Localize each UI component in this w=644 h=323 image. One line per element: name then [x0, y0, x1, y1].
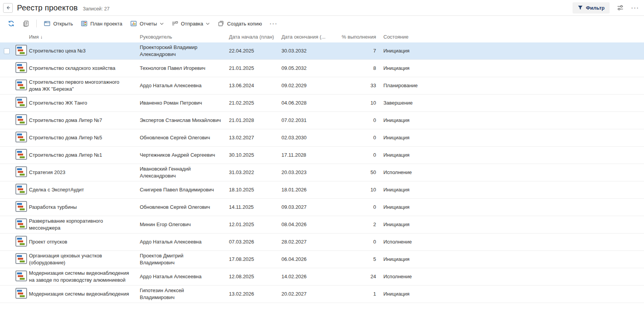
icon-cell	[15, 253, 29, 266]
table-row[interactable]: Модернизация системы видеонаблюдения Гип…	[0, 286, 644, 303]
end-date: 06.04.2026	[281, 256, 333, 263]
project-plan-button[interactable]: План проекта	[77, 18, 126, 29]
filter-button[interactable]: Фильтр	[573, 2, 610, 14]
completion-percent: 8	[333, 65, 379, 72]
end-date: 30.03.2032	[281, 47, 333, 54]
end-date: 20.03.2023	[281, 169, 333, 176]
icon-cell	[15, 79, 29, 92]
send-button[interactable]: Отправка	[168, 18, 214, 29]
completion-percent: 0	[333, 238, 379, 245]
table-row[interactable]: Проект отпусков Ардо Наталья Алексеевна …	[0, 233, 644, 251]
project-name[interactable]: Строительство дома Литер №7	[29, 117, 140, 124]
project-manager: Проектов Дмитрий Владимирович	[140, 252, 229, 266]
end-date: 17.11.2028	[281, 152, 333, 159]
back-button[interactable]	[3, 3, 13, 13]
column-header-start-date[interactable]: Дата начала (план)	[229, 34, 281, 40]
icon-cell	[15, 114, 29, 127]
completion-percent: 0	[333, 152, 379, 159]
table-row[interactable]: Разработка турбины Обновленов Сергей Оле…	[0, 199, 644, 216]
completion-percent: 1	[333, 291, 379, 298]
project-state: Инициация	[379, 65, 644, 72]
table-row[interactable]: Строительство дома Литер №5 Обновленов С…	[0, 129, 644, 147]
end-date: 08.04.2026	[281, 221, 333, 228]
table-row[interactable]: Строительство цеха №3 Проекторский Влади…	[0, 42, 644, 60]
table-row[interactable]: Строительство дома Литер №7 Экспертов Ст…	[0, 112, 644, 129]
more-options-button[interactable]: ···	[631, 5, 639, 11]
end-date: 09.05.2032	[281, 65, 333, 72]
project-name[interactable]: Развертывание корпоративного мессенджера	[29, 218, 140, 232]
reports-button-label: Отчеты	[140, 21, 157, 27]
project-name[interactable]: Строительство первого многоэтажного дома…	[29, 79, 140, 93]
project-manager: Чертежников Андрей Сергеевич	[140, 152, 229, 159]
completion-percent: 5	[333, 256, 379, 263]
column-header-state[interactable]: Состояние	[379, 34, 644, 40]
project-manager: Экспертов Станислав Михайлович	[140, 117, 229, 124]
project-gantt-icon	[15, 79, 27, 90]
project-name[interactable]: Разработка турбины	[29, 204, 140, 211]
end-date: 09.02.2029	[281, 82, 333, 89]
view-settings-button[interactable]	[617, 4, 624, 12]
project-gantt-icon	[15, 184, 27, 194]
table-row[interactable]: Модернизация системы видеонаблюдения на …	[0, 268, 644, 286]
window-icon	[44, 20, 51, 27]
table-row[interactable]: Развертывание корпоративного мессенджера…	[0, 216, 644, 233]
column-header-percent[interactable]: % выполнения	[333, 34, 379, 40]
project-name[interactable]: Строительство дома Литер №1	[29, 152, 140, 159]
project-name[interactable]: Строительство цеха №3	[29, 47, 140, 54]
table-row[interactable]: Сделка с ЭкспертАудит Снигирев Павел Вла…	[0, 181, 644, 199]
open-button-label: Открыть	[53, 21, 73, 27]
project-plan-button-label: План проекта	[90, 21, 122, 27]
project-gantt-icon	[15, 288, 27, 299]
end-date: 07.02.2031	[281, 117, 333, 124]
project-name[interactable]: Проект отпусков	[29, 238, 140, 245]
row-checkbox[interactable]	[4, 48, 10, 54]
project-name[interactable]: Стратегия 2023	[29, 169, 140, 176]
reports-button[interactable]: Отчеты	[126, 18, 168, 29]
table-row[interactable]: Организация цеховых участков (оборудован…	[0, 251, 644, 268]
table-row[interactable]: Строительство дома Литер №1 Чертежников …	[0, 147, 644, 164]
project-manager: Проекторский Владимир Александрович	[140, 44, 229, 58]
icon-cell	[15, 218, 29, 231]
column-header-name[interactable]: Имя↓	[29, 34, 140, 40]
table-row[interactable]: Строительство складского хозяйства Техно…	[0, 60, 644, 77]
icon-cell	[15, 201, 29, 214]
refresh-icon	[8, 20, 15, 27]
toolbar-more-button[interactable]: ···	[266, 19, 281, 29]
project-state: Исполнение	[379, 169, 644, 176]
project-name[interactable]: Модернизация системы видеонаблюдения	[29, 291, 140, 298]
icon-cell	[15, 132, 29, 144]
toolbar: Открыть План проекта Отчеты	[0, 16, 644, 31]
project-gantt-icon	[15, 166, 27, 177]
project-name[interactable]: Сделка с ЭкспертАудит	[29, 186, 140, 193]
project-manager: Ардо Наталья Алексеевна	[140, 273, 229, 280]
project-gantt-icon	[15, 236, 27, 247]
project-state: Инициация	[379, 152, 644, 159]
project-manager: Снигирев Павел Владимирович	[140, 186, 229, 193]
completion-percent: 0	[333, 117, 379, 124]
table-row[interactable]: Строительство ЖК Танго Иваненко Роман Пе…	[0, 95, 644, 112]
project-name[interactable]: Строительство ЖК Танго	[29, 100, 140, 107]
sort-desc-icon: ↓	[40, 34, 42, 40]
table-row[interactable]: Стратегия 2023 Ивановский Геннадий Алекс…	[0, 164, 644, 181]
project-name[interactable]: Строительство дома Литер №5	[29, 134, 140, 141]
duplicate-button[interactable]	[19, 18, 33, 29]
project-gantt-icon	[15, 97, 27, 108]
table-header: Имя↓ Руководитель Дата начала (план) Дат…	[0, 31, 644, 42]
filter-button-label: Фильтр	[586, 5, 605, 11]
open-button[interactable]: Открыть	[40, 18, 77, 29]
create-copy-button[interactable]: Создать копию	[214, 18, 266, 29]
end-date: 09.03.2027	[281, 204, 333, 211]
chevron-down-icon	[160, 22, 164, 25]
project-name[interactable]: Строительство складского хозяйства	[29, 65, 140, 72]
project-name[interactable]: Организация цеховых участков (оборудован…	[29, 252, 140, 266]
project-manager: Обновленов Сергей Олегович	[140, 134, 229, 141]
start-date: 14.11.2025	[229, 204, 281, 211]
project-manager: Иваненко Роман Петрович	[140, 100, 229, 107]
table-row[interactable]: Строительство первого многоэтажного дома…	[0, 77, 644, 95]
refresh-button[interactable]	[4, 18, 19, 29]
sliders-icon	[617, 4, 624, 12]
project-state: Инициация	[379, 117, 644, 124]
column-header-manager[interactable]: Руководитель	[140, 34, 229, 40]
column-header-end-date[interactable]: Дата окончания (...	[281, 34, 333, 40]
project-name[interactable]: Модернизация системы видеонаблюдения на …	[29, 270, 140, 284]
